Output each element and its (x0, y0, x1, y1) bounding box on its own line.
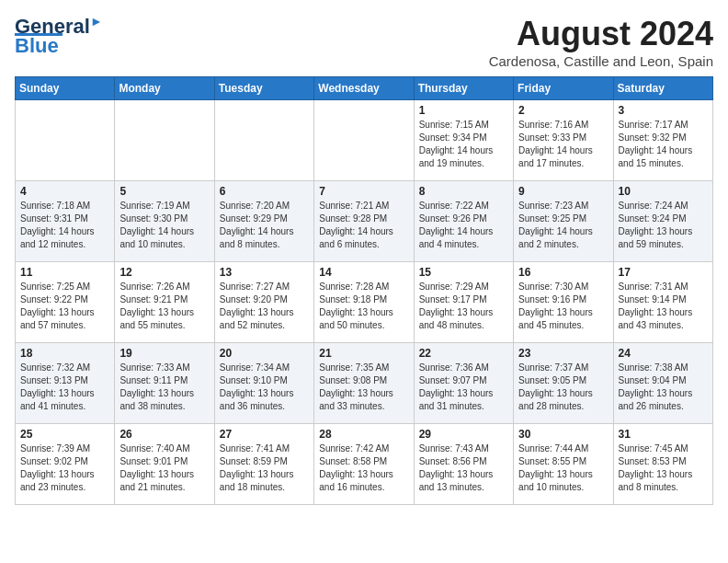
col-tuesday: Tuesday (214, 77, 313, 100)
day-number: 5 (119, 185, 209, 198)
calendar-body: 1Sunrise: 7:15 AM Sunset: 9:34 PM Daylig… (16, 100, 713, 505)
table-row: 7Sunrise: 7:21 AM Sunset: 9:28 PM Daylig… (314, 181, 414, 262)
day-info: Sunrise: 7:19 AM Sunset: 9:30 PM Dayligh… (119, 200, 209, 251)
day-number: 27 (220, 428, 309, 441)
day-number: 15 (419, 266, 508, 279)
day-number: 17 (619, 266, 708, 279)
logo-blue: Blue (15, 36, 59, 56)
day-info: Sunrise: 7:20 AM Sunset: 9:29 PM Dayligh… (220, 200, 309, 251)
table-row: 15Sunrise: 7:29 AM Sunset: 9:17 PM Dayli… (414, 262, 513, 343)
day-info: Sunrise: 7:30 AM Sunset: 9:16 PM Dayligh… (518, 281, 608, 332)
day-info: Sunrise: 7:34 AM Sunset: 9:10 PM Dayligh… (220, 362, 309, 413)
day-info: Sunrise: 7:25 AM Sunset: 9:22 PM Dayligh… (20, 281, 109, 332)
table-row (115, 100, 214, 181)
calendar-week-row: 4Sunrise: 7:18 AM Sunset: 9:31 PM Daylig… (16, 181, 713, 262)
page-subtitle: Cardenosa, Castille and Leon, Spain (489, 53, 713, 69)
table-row: 31Sunrise: 7:45 AM Sunset: 8:53 PM Dayli… (613, 424, 712, 505)
table-row: 9Sunrise: 7:23 AM Sunset: 9:25 PM Daylig… (514, 181, 613, 262)
day-info: Sunrise: 7:41 AM Sunset: 8:59 PM Dayligh… (220, 442, 309, 494)
day-number: 6 (220, 185, 309, 198)
title-block: August 2024 Cardenosa, Castille and Leon… (489, 15, 713, 69)
page-header: General► Blue August 2024 Cardenosa, Cas… (15, 15, 713, 69)
day-number: 29 (419, 428, 508, 441)
day-number: 3 (619, 104, 708, 117)
day-info: Sunrise: 7:33 AM Sunset: 9:11 PM Dayligh… (119, 362, 209, 413)
table-row: 17Sunrise: 7:31 AM Sunset: 9:14 PM Dayli… (613, 262, 712, 343)
day-info: Sunrise: 7:17 AM Sunset: 9:32 PM Dayligh… (619, 119, 708, 170)
day-number: 20 (220, 347, 309, 360)
table-row: 27Sunrise: 7:41 AM Sunset: 8:59 PM Dayli… (214, 424, 313, 505)
day-number: 11 (20, 266, 109, 279)
table-row (314, 100, 414, 181)
table-row: 23Sunrise: 7:37 AM Sunset: 9:05 PM Dayli… (514, 343, 613, 424)
day-number: 24 (619, 347, 708, 360)
day-number: 18 (20, 347, 109, 360)
day-number: 14 (319, 266, 408, 279)
table-row: 28Sunrise: 7:42 AM Sunset: 8:58 PM Dayli… (314, 424, 414, 505)
calendar-table: Sunday Monday Tuesday Wednesday Thursday… (15, 76, 713, 505)
table-row: 25Sunrise: 7:39 AM Sunset: 9:02 PM Dayli… (16, 424, 115, 505)
day-info: Sunrise: 7:42 AM Sunset: 8:58 PM Dayligh… (319, 442, 408, 494)
day-number: 8 (419, 185, 508, 198)
day-number: 2 (518, 104, 608, 117)
day-info: Sunrise: 7:16 AM Sunset: 9:33 PM Dayligh… (518, 119, 608, 170)
day-info: Sunrise: 7:31 AM Sunset: 9:14 PM Dayligh… (619, 281, 708, 332)
calendar-header-row: Sunday Monday Tuesday Wednesday Thursday… (16, 77, 713, 100)
day-number: 22 (419, 347, 508, 360)
day-number: 21 (319, 347, 408, 360)
col-sunday: Sunday (16, 77, 115, 100)
day-info: Sunrise: 7:21 AM Sunset: 9:28 PM Dayligh… (319, 200, 408, 251)
table-row: 10Sunrise: 7:24 AM Sunset: 9:24 PM Dayli… (613, 181, 712, 262)
day-number: 1 (419, 104, 508, 117)
table-row: 13Sunrise: 7:27 AM Sunset: 9:20 PM Dayli… (214, 262, 313, 343)
col-monday: Monday (115, 77, 214, 100)
table-row: 6Sunrise: 7:20 AM Sunset: 9:29 PM Daylig… (214, 181, 313, 262)
calendar-week-row: 18Sunrise: 7:32 AM Sunset: 9:13 PM Dayli… (16, 343, 713, 424)
day-info: Sunrise: 7:37 AM Sunset: 9:05 PM Dayligh… (518, 362, 608, 413)
day-info: Sunrise: 7:45 AM Sunset: 8:53 PM Dayligh… (619, 442, 708, 494)
table-row: 14Sunrise: 7:28 AM Sunset: 9:18 PM Dayli… (314, 262, 414, 343)
logo: General► Blue (15, 15, 103, 56)
day-number: 16 (518, 266, 608, 279)
col-friday: Friday (514, 77, 613, 100)
col-thursday: Thursday (414, 77, 513, 100)
day-info: Sunrise: 7:18 AM Sunset: 9:31 PM Dayligh… (20, 200, 109, 251)
day-number: 30 (518, 428, 608, 441)
table-row (16, 100, 115, 181)
table-row: 16Sunrise: 7:30 AM Sunset: 9:16 PM Dayli… (514, 262, 613, 343)
day-info: Sunrise: 7:27 AM Sunset: 9:20 PM Dayligh… (220, 281, 309, 332)
day-number: 12 (119, 266, 209, 279)
day-number: 9 (518, 185, 608, 198)
day-info: Sunrise: 7:32 AM Sunset: 9:13 PM Dayligh… (20, 362, 109, 413)
table-row: 11Sunrise: 7:25 AM Sunset: 9:22 PM Dayli… (16, 262, 115, 343)
calendar-week-row: 25Sunrise: 7:39 AM Sunset: 9:02 PM Dayli… (16, 424, 713, 505)
table-row: 20Sunrise: 7:34 AM Sunset: 9:10 PM Dayli… (214, 343, 313, 424)
day-number: 19 (119, 347, 209, 360)
day-info: Sunrise: 7:23 AM Sunset: 9:25 PM Dayligh… (518, 200, 608, 251)
col-wednesday: Wednesday (314, 77, 414, 100)
table-row: 4Sunrise: 7:18 AM Sunset: 9:31 PM Daylig… (16, 181, 115, 262)
table-row: 29Sunrise: 7:43 AM Sunset: 8:56 PM Dayli… (414, 424, 513, 505)
day-number: 23 (518, 347, 608, 360)
day-info: Sunrise: 7:39 AM Sunset: 9:02 PM Dayligh… (20, 442, 109, 494)
day-info: Sunrise: 7:43 AM Sunset: 8:56 PM Dayligh… (419, 442, 508, 494)
table-row (214, 100, 313, 181)
day-info: Sunrise: 7:22 AM Sunset: 9:26 PM Dayligh… (419, 200, 508, 251)
day-info: Sunrise: 7:24 AM Sunset: 9:24 PM Dayligh… (619, 200, 708, 251)
day-info: Sunrise: 7:35 AM Sunset: 9:08 PM Dayligh… (319, 362, 408, 413)
day-info: Sunrise: 7:44 AM Sunset: 8:55 PM Dayligh… (518, 442, 608, 494)
calendar-week-row: 1Sunrise: 7:15 AM Sunset: 9:34 PM Daylig… (16, 100, 713, 181)
day-number: 25 (20, 428, 109, 441)
col-saturday: Saturday (613, 77, 712, 100)
table-row: 21Sunrise: 7:35 AM Sunset: 9:08 PM Dayli… (314, 343, 414, 424)
calendar-week-row: 11Sunrise: 7:25 AM Sunset: 9:22 PM Dayli… (16, 262, 713, 343)
day-info: Sunrise: 7:36 AM Sunset: 9:07 PM Dayligh… (419, 362, 508, 413)
table-row: 19Sunrise: 7:33 AM Sunset: 9:11 PM Dayli… (115, 343, 214, 424)
day-number: 26 (119, 428, 209, 441)
day-info: Sunrise: 7:15 AM Sunset: 9:34 PM Dayligh… (419, 119, 508, 170)
day-info: Sunrise: 7:28 AM Sunset: 9:18 PM Dayligh… (319, 281, 408, 332)
day-info: Sunrise: 7:38 AM Sunset: 9:04 PM Dayligh… (619, 362, 708, 413)
day-info: Sunrise: 7:26 AM Sunset: 9:21 PM Dayligh… (119, 281, 209, 332)
day-number: 7 (319, 185, 408, 198)
day-number: 4 (20, 185, 109, 198)
